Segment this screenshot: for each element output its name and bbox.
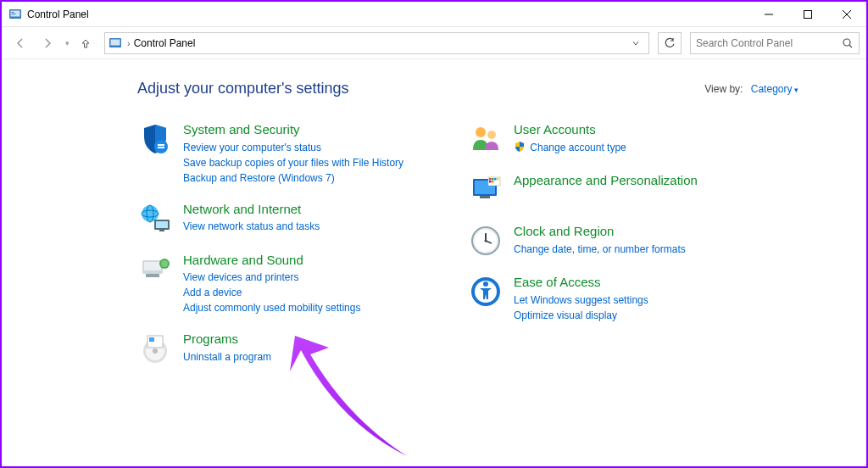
category-hardware-sound: Hardware and Sound View devices and prin…	[137, 252, 426, 316]
breadcrumb-separator: ›	[127, 38, 131, 48]
system-security-icon	[137, 121, 173, 157]
category-title[interactable]: Ease of Access	[514, 274, 756, 291]
maximize-button[interactable]	[788, 2, 827, 27]
svg-rect-30	[149, 337, 154, 342]
category-title[interactable]: Hardware and Sound	[183, 252, 426, 269]
control-panel-breadcrumb-icon	[108, 36, 122, 50]
category-title[interactable]: User Accounts	[514, 121, 756, 138]
view-by-selector[interactable]: View by: Category	[704, 83, 798, 95]
search-box[interactable]	[690, 32, 860, 54]
category-title[interactable]: Network and Internet	[183, 201, 426, 218]
svg-rect-38	[494, 178, 497, 181]
breadcrumb-text[interactable]: Control Panel	[134, 37, 626, 49]
svg-point-31	[476, 127, 486, 137]
shield-icon	[514, 141, 526, 153]
address-dropdown-icon[interactable]	[626, 39, 645, 47]
category-link[interactable]: View devices and printers	[183, 270, 426, 285]
category-link[interactable]: Adjust commonly used mobility settings	[183, 300, 426, 315]
navigation-bar: ▾ › Control Panel	[2, 27, 866, 59]
category-link[interactable]: Change account type	[514, 140, 756, 155]
refresh-button[interactable]	[658, 32, 682, 54]
svg-point-47	[485, 240, 487, 242]
svg-rect-39	[497, 178, 499, 181]
category-link[interactable]: View network status and tasks	[183, 219, 426, 234]
appearance-icon	[468, 172, 504, 208]
category-network-internet: Network and Internet View network status…	[137, 201, 426, 237]
forward-button[interactable]	[36, 31, 59, 55]
category-system-security: System and Security Review your computer…	[137, 121, 426, 186]
content-header: Adjust your computer's settings View by:…	[137, 80, 815, 98]
category-title[interactable]: Appearance and Personalization	[514, 172, 756, 189]
svg-rect-37	[492, 178, 494, 181]
category-link[interactable]: Let Windows suggest settings	[514, 292, 756, 308]
svg-point-50	[483, 281, 488, 287]
svg-rect-41	[492, 181, 494, 183]
minimize-button[interactable]	[749, 2, 788, 27]
svg-point-25	[161, 260, 168, 267]
svg-rect-3	[12, 14, 16, 14]
svg-rect-23	[146, 274, 159, 277]
control-panel-app-icon	[8, 8, 22, 21]
category-ease-of-access: Ease of Access Let Windows suggest setti…	[468, 274, 756, 323]
close-button[interactable]	[827, 2, 866, 27]
svg-rect-13	[158, 144, 164, 146]
svg-rect-42	[480, 196, 490, 198]
user-accounts-icon	[468, 121, 504, 157]
category-clock-region: Clock and Region Change date, time, or n…	[468, 223, 756, 259]
category-appearance-personalization: Appearance and Personalization	[468, 172, 756, 208]
category-link[interactable]: Optimize visual display	[514, 308, 756, 323]
svg-rect-20	[159, 230, 164, 231]
content-area: Adjust your computer's settings View by:…	[2, 59, 866, 382]
category-link[interactable]: Save backup copies of your files with Fi…	[183, 155, 426, 170]
category-user-accounts: User Accounts Change account type	[468, 121, 756, 157]
network-internet-icon	[137, 201, 173, 237]
search-input[interactable]	[696, 37, 842, 49]
programs-icon	[137, 331, 173, 366]
svg-rect-9	[111, 39, 120, 45]
category-link[interactable]: Backup and Restore (Windows 7)	[183, 170, 426, 186]
address-bar[interactable]: › Control Panel	[104, 32, 649, 54]
svg-rect-36	[489, 178, 492, 181]
svg-rect-14	[158, 147, 164, 148]
category-title[interactable]: Programs	[183, 331, 426, 348]
left-column: System and Security Review your computer…	[137, 121, 426, 382]
category-title[interactable]: Clock and Region	[514, 223, 756, 240]
view-by-value[interactable]: Category	[751, 83, 798, 95]
clock-region-icon	[468, 223, 504, 259]
svg-rect-22	[144, 262, 161, 270]
right-column: User Accounts Change account type Appear…	[468, 121, 756, 382]
category-grid: System and Security Review your computer…	[137, 121, 815, 382]
svg-rect-40	[489, 181, 492, 183]
search-icon	[842, 37, 854, 49]
hardware-sound-icon	[137, 252, 173, 287]
svg-point-10	[843, 39, 850, 46]
page-title: Adjust your computer's settings	[137, 80, 349, 98]
window-controls	[749, 2, 866, 27]
svg-point-32	[487, 131, 496, 139]
category-link[interactable]: Uninstall a program	[183, 349, 426, 365]
svg-rect-5	[804, 10, 812, 18]
recent-locations-dropdown[interactable]: ▾	[63, 39, 72, 47]
title-bar: Control Panel	[2, 2, 866, 27]
back-button[interactable]	[8, 31, 32, 55]
category-link[interactable]: Add a device	[183, 285, 426, 300]
up-button[interactable]	[75, 33, 96, 53]
category-programs: Programs Uninstall a program	[137, 331, 426, 366]
category-link[interactable]: Change date, time, or number formats	[514, 242, 756, 257]
category-title[interactable]: System and Security	[183, 121, 426, 138]
category-link[interactable]: Review your computer's status	[183, 140, 426, 155]
svg-line-11	[849, 45, 852, 47]
svg-rect-19	[156, 221, 168, 228]
svg-rect-2	[12, 12, 14, 13]
ease-of-access-icon	[468, 274, 504, 309]
svg-point-28	[153, 348, 158, 354]
window-title: Control Panel	[27, 8, 749, 20]
